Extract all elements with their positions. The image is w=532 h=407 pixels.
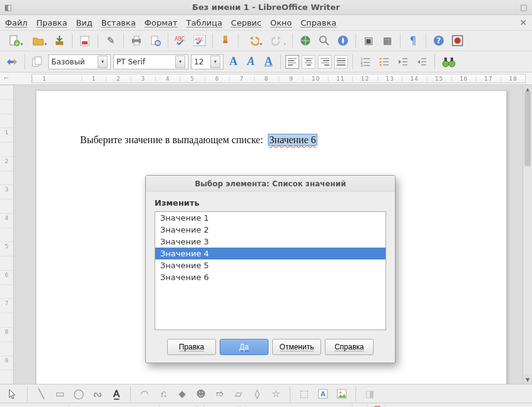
- curve-tool[interactable]: ◠: [138, 387, 151, 401]
- bulleted-list-button[interactable]: [376, 54, 392, 70]
- align-center-button[interactable]: [302, 55, 315, 69]
- undo-button[interactable]: [243, 33, 264, 49]
- navigator-button[interactable]: [335, 33, 351, 49]
- numbered-list-button[interactable]: 123: [357, 54, 374, 70]
- status-language[interactable]: Русский: [207, 403, 246, 407]
- window-menu-icon[interactable]: ◧: [4, 3, 13, 12]
- flowchart-tool[interactable]: ▱: [232, 387, 245, 401]
- align-left-button[interactable]: [285, 55, 299, 69]
- from-file-tool[interactable]: [335, 387, 349, 401]
- increase-indent-button[interactable]: [414, 54, 430, 70]
- select-tool[interactable]: [6, 387, 20, 401]
- edit-mode-button[interactable]: ✎: [103, 33, 119, 49]
- numbered-list-icon: 123: [360, 56, 371, 68]
- print-button[interactable]: [128, 33, 145, 49]
- italic-button[interactable]: A: [243, 54, 258, 69]
- horizontal-ruler[interactable]: ⌐ 1123456789101112131415161718: [0, 73, 532, 85]
- find-replace-button[interactable]: [316, 33, 332, 49]
- decrease-indent-button[interactable]: [395, 54, 411, 70]
- status-wordcount[interactable]: 7 слов, 49 символов: [72, 403, 160, 407]
- vertical-scrollbar[interactable]: ▲ ▼: [523, 85, 532, 384]
- document-close-icon[interactable]: ✕: [519, 18, 527, 28]
- menu-tools[interactable]: Сервис: [231, 18, 262, 28]
- stars-tool[interactable]: ☆: [269, 387, 283, 401]
- menu-edit[interactable]: Правка: [36, 18, 67, 28]
- status-view-book[interactable]: ▭: [514, 403, 528, 407]
- points-tool[interactable]: ⬚: [297, 387, 311, 401]
- font-size-combo[interactable]: 12 ▾: [191, 54, 223, 69]
- status-view-multi[interactable]: ▫▫: [493, 403, 511, 407]
- format-paintbrush-button[interactable]: [217, 33, 233, 49]
- connector-tool[interactable]: ⎌: [156, 387, 170, 401]
- scroll-down-icon[interactable]: ▼: [523, 375, 532, 384]
- arrow-shapes-tool[interactable]: ➱: [213, 387, 227, 401]
- callout-tool[interactable]: ◊: [250, 387, 264, 401]
- menu-format[interactable]: Формат: [145, 18, 178, 28]
- status-signature[interactable]: [370, 403, 386, 407]
- dialog-ok-button[interactable]: Да: [220, 339, 269, 355]
- menu-table[interactable]: Таблица: [187, 18, 223, 28]
- print-preview-button[interactable]: [147, 33, 163, 49]
- record-macro-button[interactable]: [449, 33, 466, 49]
- rectangle-tool[interactable]: ▭: [53, 387, 67, 401]
- status-style[interactable]: Базовый: [162, 403, 204, 407]
- align-justify-button[interactable]: [334, 55, 348, 69]
- gallery-button[interactable]: ▣: [361, 33, 377, 49]
- hyperlink-button[interactable]: [297, 33, 314, 49]
- ellipse-tool[interactable]: ◯: [72, 387, 86, 401]
- scroll-thumb[interactable]: [524, 91, 531, 166]
- listbox-option[interactable]: Значение 3: [155, 236, 386, 248]
- font-name-combo[interactable]: PT Serif ▾: [113, 54, 188, 69]
- listbox-option[interactable]: Значение 2: [155, 224, 386, 236]
- bold-button[interactable]: A: [226, 54, 241, 69]
- dialog-help-button[interactable]: Справка: [325, 339, 374, 355]
- nonprinting-chars-button[interactable]: ¶: [405, 33, 421, 49]
- vruler-tick: 8: [0, 327, 13, 341]
- align-right-button[interactable]: [318, 55, 332, 69]
- new-doc-button[interactable]: +: [4, 33, 25, 49]
- menu-window[interactable]: Окно: [270, 18, 292, 28]
- status-insert-mode[interactable]: [339, 403, 352, 407]
- dialog-title: Выбор элемента: Список значений: [146, 176, 395, 192]
- menu-insert[interactable]: Вставка: [101, 18, 136, 28]
- sidebar-toggle-button[interactable]: [4, 54, 20, 70]
- line-tool[interactable]: ╲: [34, 387, 48, 401]
- listbox-option[interactable]: Значение 6: [155, 271, 386, 283]
- vertical-ruler[interactable]: 123456789: [0, 85, 14, 384]
- svg-rect-41: [421, 64, 426, 66]
- svg-rect-31: [383, 58, 389, 59]
- export-pdf-button[interactable]: [77, 33, 93, 49]
- find-toolbar-button[interactable]: [439, 54, 458, 70]
- styles-button[interactable]: [29, 54, 46, 70]
- dropdown-field[interactable]: Значение 6: [268, 134, 317, 146]
- data-sources-button[interactable]: ▦: [379, 33, 396, 49]
- listbox-option[interactable]: Значение 1: [155, 212, 386, 224]
- paragraph-style-combo[interactable]: Базовый ▾: [48, 54, 111, 69]
- menu-view[interactable]: Вид: [76, 18, 92, 28]
- status-selection-mode[interactable]: ▯: [355, 403, 367, 407]
- dialog-cancel-button[interactable]: Отменить: [272, 339, 321, 355]
- fontwork-tool[interactable]: A: [316, 387, 330, 401]
- menu-file[interactable]: Файл: [5, 18, 28, 28]
- freeform-tool[interactable]: ᔓ: [91, 387, 105, 401]
- basic-shapes-tool[interactable]: ◆: [175, 387, 189, 401]
- window-maximize-icon[interactable]: ▢: [519, 3, 528, 12]
- dialog-edit-button[interactable]: Правка: [167, 339, 216, 355]
- textbox-tool[interactable]: A̲: [110, 387, 123, 401]
- symbol-shapes-tool[interactable]: ☻: [194, 387, 208, 401]
- listbox-option[interactable]: Значение 4: [155, 248, 386, 259]
- status-page[interactable]: Страница 1 / 1: [4, 403, 69, 407]
- titlebar: ◧ Без имени 1 - LibreOffice Writer ▢: [0, 0, 532, 15]
- extrusion-tool[interactable]: ◨: [363, 387, 377, 401]
- spellcheck-button[interactable]: ABC: [173, 33, 189, 49]
- auto-spellcheck-button[interactable]: ABC: [192, 33, 208, 49]
- save-button[interactable]: [51, 33, 68, 49]
- status-view-single[interactable]: ▫: [478, 403, 491, 407]
- listbox-option[interactable]: Значение 5: [155, 259, 386, 271]
- help-button[interactable]: ?: [431, 33, 447, 49]
- underline-button[interactable]: A: [261, 54, 276, 69]
- redo-button[interactable]: [267, 33, 288, 49]
- menu-help[interactable]: Справка: [300, 18, 336, 28]
- values-listbox[interactable]: Значение 1Значение 2Значение 3Значение 4…: [155, 211, 386, 330]
- open-doc-button[interactable]: [28, 33, 49, 49]
